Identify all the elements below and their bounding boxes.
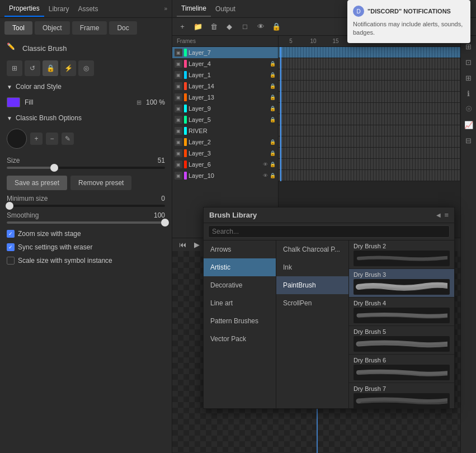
smoothing-row: Smoothing 100 (0, 210, 172, 220)
cat-arrows[interactable]: Arrows (204, 240, 276, 258)
tab-doc[interactable]: Doc (109, 21, 136, 35)
scale-checkbox[interactable] (7, 257, 15, 265)
go-start-btn[interactable]: ⏮ (177, 239, 188, 251)
brush-item-dry5[interactable]: Dry Brush 5 (349, 326, 454, 355)
add-brush-btn[interactable]: + (30, 133, 43, 145)
brush-item-dry6[interactable]: Dry Brush 6 (349, 355, 454, 383)
wand-btn[interactable]: ⚡ (60, 60, 76, 76)
frame-row-layer4 (279, 58, 460, 69)
tab-tool[interactable]: Tool (4, 21, 32, 35)
frame-num-10: 10 (302, 38, 324, 44)
add-layer-btn[interactable]: + (176, 20, 189, 34)
delete-btn[interactable]: 🗑 (207, 20, 220, 34)
remove-brush-btn[interactable]: − (46, 133, 58, 145)
layer-item-layer3[interactable]: ▣ Layer_3 🔒 (172, 148, 278, 159)
brush-item-dry2[interactable]: Dry Brush 2 (349, 240, 454, 269)
target-btn[interactable]: ◎ (78, 60, 94, 76)
brush-options-header[interactable]: ▼ Classic Brush Options (0, 110, 172, 126)
brush-library-options-btn[interactable]: ≡ (444, 211, 449, 219)
layer6-color (184, 161, 187, 168)
edit-brush-btn[interactable]: ✎ (62, 133, 74, 145)
lock-tl-btn[interactable]: 🔒 (270, 20, 283, 34)
brush-dry5-name: Dry Brush 5 (354, 328, 450, 335)
smoothing-slider-thumb[interactable] (161, 219, 169, 226)
remove-preset-btn[interactable]: Remove preset (70, 176, 131, 190)
layer-item-layer13[interactable]: ▣ Layer_13 🔒 (172, 92, 278, 103)
eye-btn[interactable]: 👁 (254, 20, 267, 34)
folder-btn[interactable]: 📁 (191, 20, 205, 34)
sidebar-transform-icon[interactable]: ⊡ (463, 56, 475, 68)
zoom-checkbox-row: ✓ Zoom size with stage (0, 227, 172, 240)
layer-item-layer9[interactable]: ▣ Layer_9 🔒 (172, 103, 278, 114)
smoothing-slider-track[interactable] (7, 221, 165, 224)
color-style-header[interactable]: ▼ Color and Style (0, 78, 172, 95)
min-size-slider-thumb[interactable] (6, 202, 13, 210)
layer10-lock: 🔒 (270, 173, 276, 178)
brush-search-input[interactable] (208, 225, 450, 238)
layer-item-layer14[interactable]: ▣ Layer_14 🔒 (172, 81, 278, 92)
brush-dry6-preview (354, 365, 450, 380)
sync-checkbox[interactable]: ✓ (7, 243, 15, 251)
zoom-checkbox-label: Zoom size with stage (18, 230, 81, 238)
smoothing-slider-container[interactable] (0, 220, 172, 227)
cat-lineart[interactable]: Line art (204, 294, 276, 312)
save-preset-btn[interactable]: Save as preset (7, 176, 67, 190)
size-slider-track[interactable] (7, 167, 165, 169)
subcat-scrollpen[interactable]: ScrollPen (276, 294, 348, 312)
tab-library[interactable]: Library (44, 2, 74, 16)
sidebar-chart-icon[interactable]: 📈 (463, 119, 475, 131)
tab-assets[interactable]: Assets (73, 2, 102, 16)
brush-item-dry3[interactable]: Dry Brush 3 (349, 269, 454, 298)
brush-item-dry4[interactable]: Dry Brush 4 (349, 298, 454, 326)
size-slider-thumb[interactable] (50, 164, 58, 172)
layer-item-layer10[interactable]: ▣ Layer_10 👁 🔒 (172, 170, 278, 181)
transform-btn[interactable]: ↺ (25, 60, 40, 76)
layer-item-layer4[interactable]: ▣ Layer_4 🔒 (172, 58, 278, 69)
output-tab[interactable]: Output (211, 2, 240, 16)
subcat-chalk[interactable]: Chalk Charcoal P... (276, 240, 348, 258)
timeline-tab[interactable]: Timeline (177, 1, 211, 17)
sidebar-grid-icon[interactable]: ⊞ (463, 72, 475, 84)
layer1-name: Layer_1 (188, 72, 268, 78)
cat-pattern-brushes[interactable]: Pattern Brushes (204, 312, 276, 330)
cat-vector-pack[interactable]: Vector Pack (204, 330, 276, 348)
min-size-slider-container[interactable] (0, 204, 172, 210)
layer3-lock: 🔒 (270, 150, 276, 156)
playhead (280, 47, 281, 181)
size-slider-container[interactable] (0, 166, 172, 172)
frame-row-layer5 (279, 114, 460, 125)
layer-item-river[interactable]: ▣ RIVER (172, 125, 278, 136)
cat-artistic[interactable]: Artistic (204, 258, 276, 276)
brush-item-dry7[interactable]: Dry Brush 7 (349, 383, 454, 408)
layer-item-layer7[interactable]: ▣ Layer_7 (172, 47, 278, 58)
min-size-row: Minimum size 0 (0, 194, 172, 204)
frame-row-river (279, 125, 460, 136)
layer-item-layer1[interactable]: ▣ Layer_1 🔒 (172, 69, 278, 81)
notification-title: "DISCORD" NOTIFICATIONS (367, 8, 451, 15)
mask-btn[interactable]: ⊞ (7, 60, 22, 76)
sidebar-nodes-icon[interactable]: ⦾ (463, 103, 475, 115)
layer-item-layer5[interactable]: ▣ Layer_5 🔒 (172, 114, 278, 125)
lock-btn[interactable]: 🔒 (43, 60, 58, 76)
subcat-paintbrush[interactable]: PaintBrush (276, 276, 348, 294)
tab-object[interactable]: Object (35, 21, 70, 35)
cat-decorative[interactable]: Decorative (204, 276, 276, 294)
zoom-checkbox[interactable]: ✓ (7, 230, 15, 238)
sidebar-tiles-icon[interactable]: ⊟ (463, 134, 475, 147)
sidebar-info-icon[interactable]: ℹ (463, 87, 475, 100)
frame-grid (279, 47, 460, 181)
brush-library-collapse-btn[interactable]: ◀ (436, 212, 441, 218)
subcat-ink[interactable]: Ink (276, 258, 348, 276)
blank-btn[interactable]: □ (238, 20, 252, 34)
panel-expand-icon[interactable]: » (164, 6, 167, 12)
layer-item-layer2[interactable]: ▣ Layer_2 🔒 (172, 136, 278, 148)
fill-color-swatch[interactable] (7, 97, 20, 107)
tab-frame[interactable]: Frame (72, 21, 107, 35)
layer-item-layer6[interactable]: ▣ Layer_6 👁 🔒 (172, 159, 278, 170)
layer4-color (184, 60, 187, 68)
keyframe-btn[interactable]: ◆ (223, 20, 236, 34)
play-btn[interactable]: ▶ (191, 239, 202, 251)
min-size-slider-track[interactable] (7, 205, 165, 207)
tab-properties[interactable]: Properties (4, 1, 44, 17)
layer13-color (184, 93, 187, 101)
